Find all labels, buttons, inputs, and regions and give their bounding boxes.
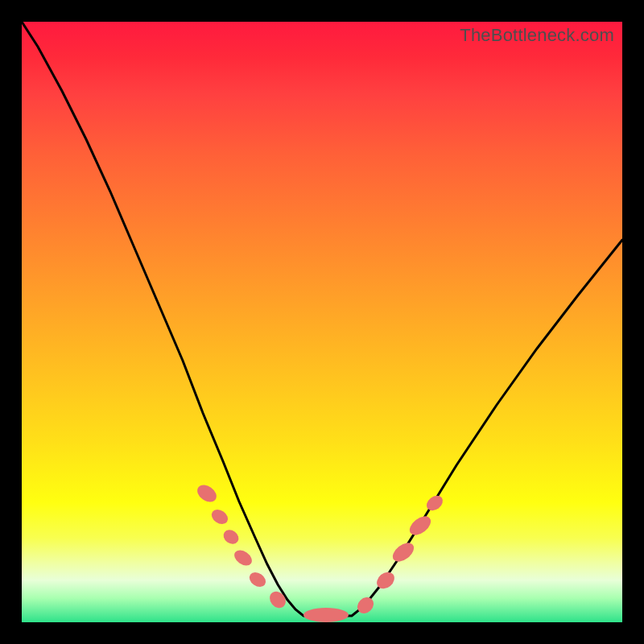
curve-layer bbox=[22, 22, 622, 622]
marker-dot bbox=[303, 608, 349, 622]
chart-frame: TheBottleneck.com bbox=[0, 0, 644, 644]
marker-dot bbox=[221, 527, 242, 547]
marker-dot bbox=[232, 547, 255, 569]
marker-dot bbox=[423, 493, 445, 514]
marker-dot bbox=[246, 569, 268, 590]
marker-dot bbox=[390, 539, 418, 566]
marker-dot bbox=[208, 506, 230, 527]
marker-dot bbox=[266, 588, 289, 611]
v-curve bbox=[22, 22, 622, 616]
marker-dot bbox=[194, 481, 220, 506]
marker-dot bbox=[407, 513, 435, 539]
marker-dots bbox=[194, 481, 445, 622]
marker-dot bbox=[354, 594, 377, 617]
bottleneck-curve bbox=[22, 22, 622, 616]
plot-area: TheBottleneck.com bbox=[22, 22, 622, 622]
